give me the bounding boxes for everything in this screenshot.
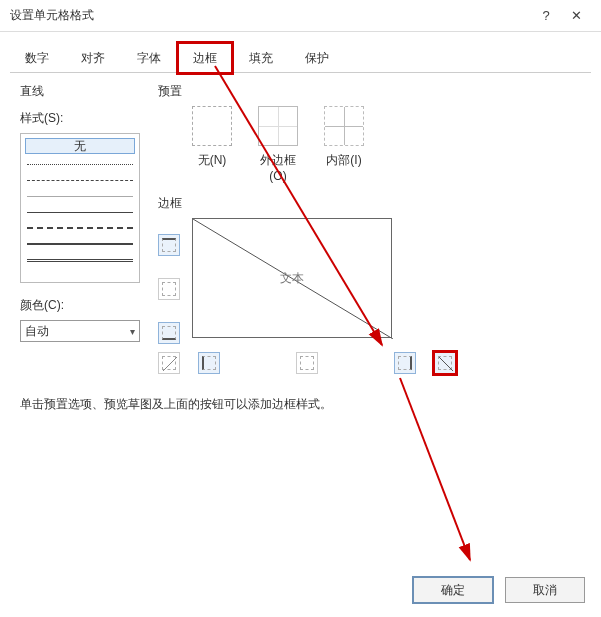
svg-line-2: [439, 357, 453, 371]
border-label: 边框: [158, 195, 581, 212]
style-list[interactable]: 无: [20, 133, 140, 283]
border-diag-up-button[interactable]: [434, 352, 456, 374]
svg-line-1: [163, 357, 177, 371]
border-top-button[interactable]: [158, 234, 180, 256]
tab-font[interactable]: 字体: [122, 43, 176, 73]
dialog-title: 设置单元格格式: [10, 7, 531, 24]
tab-border[interactable]: 边框: [178, 43, 232, 73]
preset-inner[interactable]: 内部(I): [320, 106, 368, 183]
border-mid-h-button[interactable]: [158, 278, 180, 300]
color-select[interactable]: 自动 ▾: [20, 320, 140, 342]
titlebar: 设置单元格格式 ? ✕: [0, 0, 601, 32]
border-diag-down-button[interactable]: [158, 352, 180, 374]
preview-text: 文本: [280, 270, 304, 287]
tab-protect[interactable]: 保护: [290, 43, 344, 73]
tabs: 数字 对齐 字体 边框 填充 保护: [10, 42, 591, 73]
color-value: 自动: [25, 323, 49, 340]
tab-fill[interactable]: 填充: [234, 43, 288, 73]
style-none[interactable]: 无: [25, 138, 135, 154]
preset-label: 预置: [158, 83, 581, 100]
border-mid-v-button[interactable]: [296, 352, 318, 374]
border-right-button[interactable]: [394, 352, 416, 374]
tab-align[interactable]: 对齐: [66, 43, 120, 73]
tab-number[interactable]: 数字: [10, 43, 64, 73]
style-label: 样式(S):: [20, 110, 140, 127]
line-label: 直线: [20, 83, 140, 100]
help-button[interactable]: ?: [531, 6, 561, 26]
border-preview[interactable]: 文本: [192, 218, 392, 338]
ok-button[interactable]: 确定: [413, 577, 493, 603]
hint-text: 单击预置选项、预览草图及上面的按钮可以添加边框样式。: [20, 396, 581, 413]
color-label: 颜色(C):: [20, 297, 140, 314]
cancel-button[interactable]: 取消: [505, 577, 585, 603]
chevron-down-icon: ▾: [130, 326, 135, 337]
preset-none[interactable]: 无(N): [188, 106, 236, 183]
close-button[interactable]: ✕: [561, 6, 591, 26]
border-bottom-button[interactable]: [158, 322, 180, 344]
preset-outer[interactable]: 外边框(O): [254, 106, 302, 183]
border-left-button[interactable]: [198, 352, 220, 374]
